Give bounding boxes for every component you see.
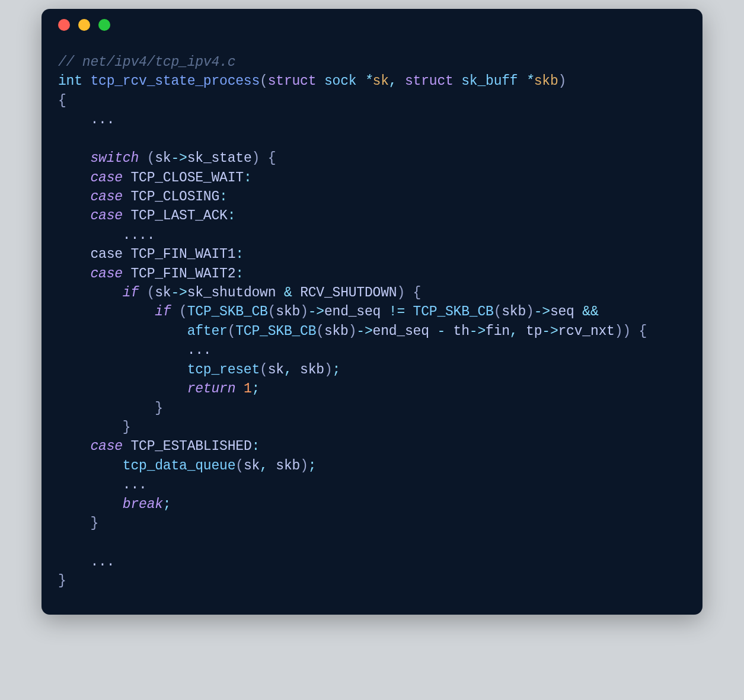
colon: : [244, 170, 252, 186]
return-keyword: return [187, 381, 236, 397]
comma: , [260, 458, 268, 474]
minimize-icon[interactable] [78, 19, 90, 31]
type-keyword: int [58, 73, 82, 89]
constant: RCV_SHUTDOWN [300, 285, 397, 301]
arrow-op: -> [171, 151, 187, 166]
arrow-op: -> [534, 304, 550, 319]
brace: { [639, 324, 647, 339]
variable: skb [276, 458, 300, 474]
variable: th [454, 324, 470, 339]
if-keyword: if [155, 304, 171, 319]
constant: TCP_FIN_WAIT2 [130, 266, 235, 282]
function-call: tcp_data_queue [123, 458, 235, 474]
paren: )) [615, 324, 631, 339]
case-keyword: case [90, 208, 122, 223]
member: fin [486, 324, 510, 339]
case-keyword: case [90, 189, 122, 204]
brace-close: } [58, 573, 66, 589]
code-comment: // net/ipv4/tcp_ipv4.c [58, 55, 235, 70]
paren: ) [300, 458, 308, 474]
struct-keyword: struct [405, 73, 454, 89]
paren: ( [147, 285, 155, 301]
minus-op: - [437, 324, 445, 339]
type-name: sk_buff [461, 73, 518, 89]
neq-op: != [389, 304, 405, 319]
variable: tp [526, 324, 542, 339]
function-call: TCP_SKB_CB [187, 304, 268, 319]
param-name: skb [534, 73, 558, 89]
struct-keyword: struct [268, 73, 317, 89]
pointer-star: * [526, 73, 534, 89]
constant: TCP_LAST_ACK [130, 208, 227, 223]
paren-open: ( [260, 73, 268, 89]
constant: TCP_CLOSING [130, 189, 219, 204]
function-call: TCP_SKB_CB [235, 324, 316, 339]
variable: skb [300, 362, 324, 378]
variable: skb [324, 324, 349, 339]
arrow-op: -> [356, 324, 372, 339]
constant: TCP_CLOSE_WAIT [130, 170, 243, 186]
member: end_seq [373, 324, 429, 339]
brace: { [413, 285, 422, 301]
member: sk_shutdown [187, 285, 276, 301]
maximize-icon[interactable] [98, 19, 110, 31]
ellipsis: ... [90, 112, 114, 127]
title-bar [41, 9, 703, 41]
comma: , [510, 324, 518, 339]
number-literal: 1 [244, 381, 252, 397]
paren: ( [316, 324, 324, 339]
function-name: tcp_rcv_state_process [90, 73, 260, 89]
ellipsis: ... [90, 554, 114, 570]
paren: ) [252, 151, 260, 166]
variable: sk [155, 285, 171, 301]
code-window: // net/ipv4/tcp_ipv4.c int tcp_rcv_state… [41, 9, 703, 615]
pointer-star: * [365, 73, 373, 89]
paren: ) [300, 304, 308, 319]
member: seq [550, 304, 574, 319]
variable: skb [276, 304, 300, 319]
brace: } [155, 401, 163, 416]
colon: : [228, 208, 236, 223]
param-name: sk [373, 73, 389, 89]
semicolon: ; [333, 362, 341, 378]
break-keyword: break [123, 497, 163, 512]
case-keyword: case [90, 266, 122, 282]
and-op: && [582, 304, 598, 319]
type-name: sock [324, 73, 356, 89]
function-call: TCP_SKB_CB [413, 304, 494, 319]
paren: ) [324, 362, 333, 378]
brace: } [90, 516, 98, 531]
member: sk_state [187, 151, 252, 166]
function-call: after [187, 324, 228, 339]
paren-close: ) [558, 73, 566, 89]
paren: ( [494, 304, 502, 319]
member: end_seq [324, 304, 381, 319]
amp-op: & [284, 285, 292, 301]
semicolon: ; [163, 497, 171, 512]
paren: ) [349, 324, 357, 339]
variable: sk [155, 151, 171, 166]
paren: ) [397, 285, 405, 301]
arrow-op: -> [542, 324, 558, 339]
constant: TCP_ESTABLISHED [130, 439, 251, 454]
close-icon[interactable] [58, 19, 70, 31]
switch-keyword: switch [90, 151, 139, 166]
if-keyword: if [123, 285, 139, 301]
variable: sk [268, 362, 284, 378]
colon: : [235, 266, 244, 282]
semicolon: ; [251, 381, 260, 397]
case-keyword: case [90, 439, 122, 454]
variable: skb [502, 304, 526, 319]
case-keyword: case [90, 170, 122, 186]
ellipsis: ... [123, 477, 147, 493]
arrow-op: -> [308, 304, 324, 319]
semicolon: ; [308, 458, 317, 474]
constant: TCP_FIN_WAIT1 [130, 247, 235, 262]
code-content: // net/ipv4/tcp_ipv4.c int tcp_rcv_state… [41, 41, 703, 615]
colon: : [219, 189, 228, 204]
variable: sk [244, 458, 260, 474]
brace-open: { [58, 93, 66, 108]
arrow-op: -> [470, 324, 486, 339]
function-call: tcp_reset [187, 362, 260, 378]
paren: ( [260, 362, 268, 378]
